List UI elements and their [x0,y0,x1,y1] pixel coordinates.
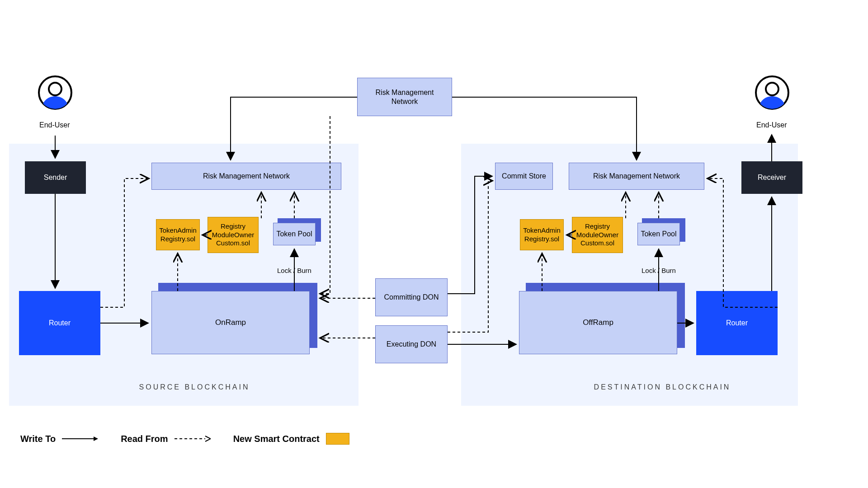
legend-write-to: Write To [20,434,98,444]
legend-new-contract: New Smart Contract [233,433,349,445]
legend-read-from-label: Read From [121,434,168,444]
legend-new-contract-label: New Smart Contract [233,434,320,444]
dest-offramp-node: OffRamp [519,291,677,354]
receiver-node: Receiver [741,161,802,194]
source-registrymodule-node: Registry ModuleOwner Custom.sol [208,217,259,253]
legend-write-to-label: Write To [20,434,56,444]
svg-point-6 [766,83,778,95]
architecture-diagram: End-User End-User Sender Router Risk Man… [0,0,868,488]
source-tokenpool-node: Token Pool [273,223,316,245]
source-rmn-node: Risk Management Network [151,163,341,190]
legend-swatch-orange [326,433,349,445]
end-user-icon-right [754,75,790,111]
dest-tokenpool-node: Token Pool [637,223,680,245]
commit-store-node: Commit Store [495,163,553,190]
legend-read-from: Read From [121,434,210,444]
source-router-node: Router [19,291,100,355]
source-zone-label: SOURCE BLOCKCHAIN [127,383,262,391]
end-user-label-left: End-User [39,121,70,129]
source-tokenadmin-node: TokenAdmin Registry.sol [156,219,200,250]
dest-rmn-node: Risk Management Network [569,163,704,190]
dest-registrymodule-node: Registry ModuleOwner Custom.sol [572,217,623,253]
legend: Write To Read From New Smart Contract [20,433,349,445]
end-user-icon-left [37,75,73,111]
sender-node: Sender [25,161,86,194]
dest-router-node: Router [696,291,778,355]
source-lockburn-label: Lock / Burn [277,267,311,274]
dest-zone-label: DESTINATION BLOCKCHAIN [583,383,741,391]
executing-don-node: Executing DON [375,325,448,363]
end-user-label-right: End-User [756,121,787,129]
dest-lockburn-label: Lock / Burn [642,267,676,274]
svg-point-2 [49,83,61,95]
rmn-top-node: Risk Management Network [357,78,452,116]
dest-tokenadmin-node: TokenAdmin Registry.sol [520,219,564,250]
committing-don-node: Committing DON [375,278,448,316]
source-onramp-node: OnRamp [151,291,310,354]
